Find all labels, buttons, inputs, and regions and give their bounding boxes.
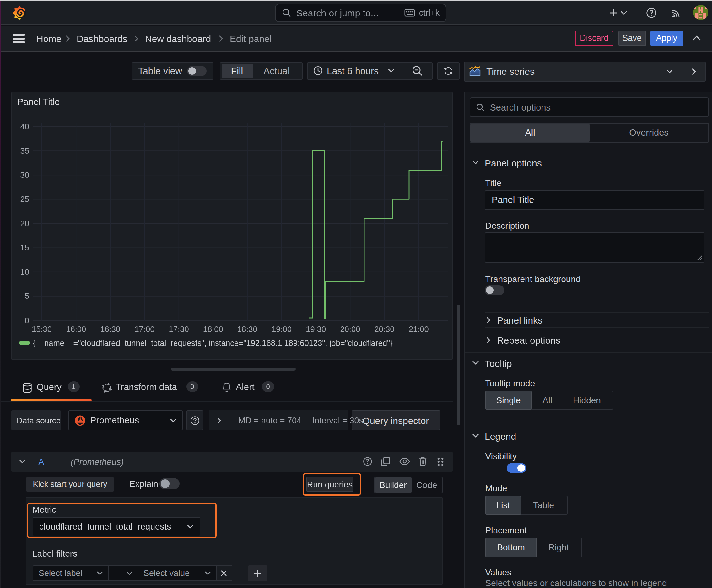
svg-text:40: 40 — [20, 122, 29, 131]
svg-text:10: 10 — [20, 267, 29, 276]
svg-text:16:00: 16:00 — [66, 324, 86, 333]
svg-text:20:00: 20:00 — [340, 324, 360, 333]
svg-text:17:00: 17:00 — [134, 324, 154, 333]
svg-text:18:30: 18:30 — [237, 324, 257, 333]
svg-text:5: 5 — [25, 291, 29, 300]
svg-text:19:00: 19:00 — [272, 324, 292, 333]
svg-text:30: 30 — [20, 170, 29, 179]
svg-text:20:30: 20:30 — [374, 324, 394, 333]
svg-text:15:30: 15:30 — [32, 324, 52, 333]
svg-text:0: 0 — [25, 316, 29, 324]
svg-text:21:00: 21:00 — [409, 324, 429, 333]
svg-text:17:30: 17:30 — [169, 324, 189, 333]
svg-text:18:00: 18:00 — [203, 324, 223, 333]
svg-text:15: 15 — [20, 243, 29, 252]
svg-text:25: 25 — [20, 194, 29, 203]
svg-text:{__name__="cloudflared_tunnel_: {__name__="cloudflared_tunnel_total_requ… — [33, 338, 393, 347]
svg-text:35: 35 — [20, 146, 29, 155]
svg-text:19:30: 19:30 — [306, 324, 326, 333]
svg-text:20: 20 — [20, 218, 29, 227]
svg-text:16:30: 16:30 — [100, 324, 120, 333]
